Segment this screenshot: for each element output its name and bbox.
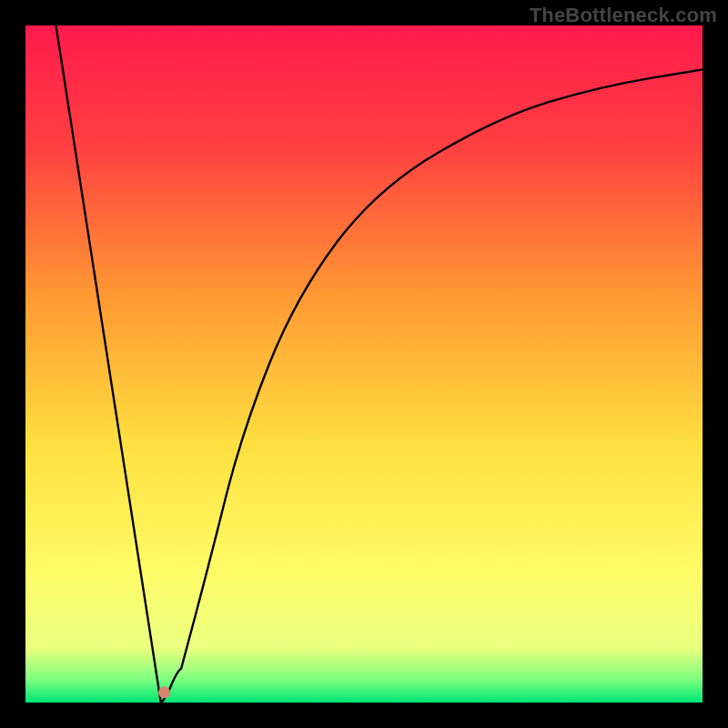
plot-area	[25, 25, 703, 703]
chart-svg	[25, 25, 703, 703]
watermark-text: TheBottleneck.com	[530, 4, 717, 27]
gradient-background	[25, 25, 703, 703]
chart-frame: TheBottleneck.com	[0, 0, 728, 728]
optimal-point-marker	[158, 686, 170, 698]
